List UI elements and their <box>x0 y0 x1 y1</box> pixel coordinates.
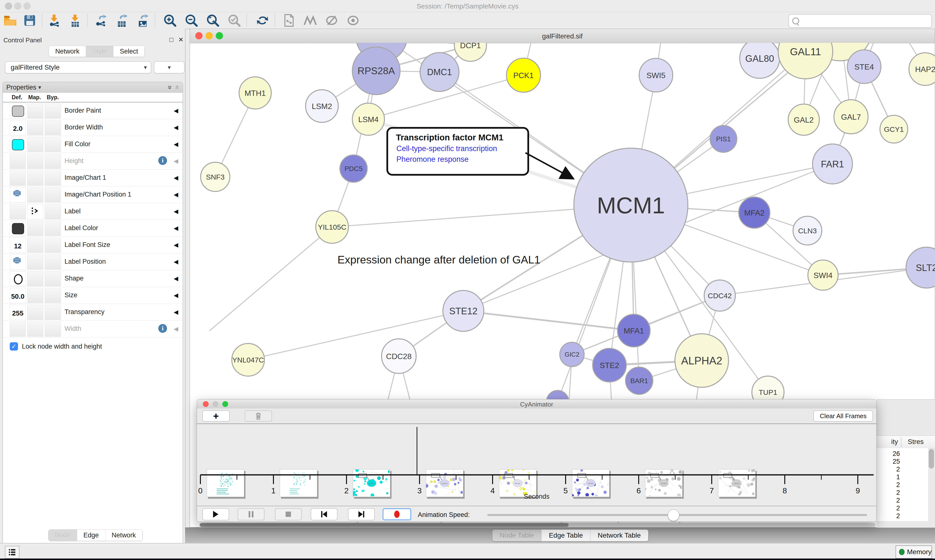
property-row-border-width[interactable]: 2.0Border Width◀ <box>3 119 183 136</box>
property-row-height[interactable]: Heighti◀ <box>3 153 183 169</box>
cyanimator-titlebar[interactable]: CyAnimator <box>197 400 876 409</box>
style-options-button[interactable]: ▾ <box>154 61 185 74</box>
expand-property-icon[interactable]: ◀ <box>174 141 178 148</box>
table-values[interactable]: 26252122222 <box>876 448 928 521</box>
expand-property-icon[interactable]: ◀ <box>174 191 178 198</box>
table-cell[interactable]: 2 <box>876 497 900 504</box>
table-vertical-scrollbar[interactable] <box>929 449 934 521</box>
property-row-label-font-size[interactable]: 12Label Font Size◀ <box>3 237 183 254</box>
table-cell[interactable]: 1 <box>876 474 900 481</box>
tab-network-table[interactable]: Network Table <box>591 529 648 541</box>
skip-to-end-button[interactable] <box>348 508 375 520</box>
global-search-box[interactable] <box>788 14 932 28</box>
delete-frame-button[interactable] <box>245 411 272 422</box>
animation-speed-slider[interactable] <box>487 514 867 516</box>
property-row-label-position[interactable]: Label Position◀ <box>3 254 183 270</box>
stop-button[interactable] <box>275 508 302 520</box>
show-details-button[interactable] <box>346 14 360 27</box>
property-row-fill-color[interactable]: Fill Color◀ <box>3 136 183 153</box>
lock-size-checkbox[interactable]: ✓ <box>10 342 18 351</box>
expand-property-icon[interactable]: ◀ <box>174 292 178 299</box>
network-edge[interactable] <box>248 311 463 360</box>
expand-property-icon[interactable]: ◀ <box>174 158 178 165</box>
table-cell[interactable]: 2 <box>876 489 900 497</box>
tab-edge-table[interactable]: Edge Table <box>542 529 591 541</box>
hide-details-button[interactable] <box>324 14 339 27</box>
play-button[interactable] <box>202 508 229 520</box>
property-row-transparency[interactable]: 255Transparency◀ <box>3 304 183 321</box>
property-row-image-chart-position-1[interactable]: Image/Chart Position 1◀ <box>3 186 183 203</box>
table-cell[interactable]: 2 <box>876 466 900 473</box>
search-network-icon[interactable] <box>303 14 318 27</box>
import-network-button[interactable] <box>47 14 61 27</box>
expand-property-icon[interactable]: ◀ <box>174 326 178 332</box>
tab-node-table[interactable]: Node Table <box>492 529 542 541</box>
slider-thumb[interactable] <box>668 509 679 521</box>
table-cell[interactable]: 26 <box>876 450 900 458</box>
tab-network[interactable]: Network <box>105 529 142 541</box>
tab-edge[interactable]: Edge <box>77 529 105 541</box>
tab-style[interactable]: Style <box>86 46 113 57</box>
property-row-image-chart-1[interactable]: Image/Chart 1◀ <box>3 169 183 186</box>
annotation-box[interactable]: Transcription factor MCM1 Cell-type-spec… <box>386 127 529 175</box>
float-panel-icon[interactable]: □ <box>170 36 173 43</box>
table-cell[interactable]: 2 <box>876 505 900 512</box>
expand-property-icon[interactable]: ◀ <box>174 309 178 315</box>
import-table-button[interactable] <box>68 14 82 27</box>
collapse-all-icon[interactable]: » <box>173 85 181 89</box>
expand-property-icon[interactable]: ◀ <box>174 107 178 114</box>
property-row-shape[interactable]: Shape◀ <box>3 270 183 287</box>
network-overview-button[interactable] <box>281 14 296 27</box>
table-horizontal-scrollbar[interactable] <box>200 523 876 527</box>
expand-property-icon[interactable]: ◀ <box>174 174 178 181</box>
network-window-titlebar[interactable]: galFiltered.sif <box>190 29 935 43</box>
property-row-width[interactable]: Widthi◀ <box>3 321 183 337</box>
export-image-button[interactable] <box>136 14 150 27</box>
zoom-selected-button[interactable] <box>227 14 242 27</box>
table-cell[interactable]: 2 <box>876 481 900 489</box>
export-network-button[interactable] <box>94 14 108 27</box>
annotation-link-2[interactable]: Pheromone response <box>397 155 528 164</box>
expand-property-icon[interactable]: ◀ <box>174 242 178 248</box>
add-frame-button[interactable]: + <box>202 411 230 422</box>
expand-property-icon[interactable]: ◀ <box>174 258 178 265</box>
annotation-link-1[interactable]: Cell-type-specific transcription <box>397 144 528 153</box>
open-session-button[interactable] <box>3 14 17 27</box>
expand-property-icon[interactable]: ◀ <box>174 124 178 131</box>
property-row-size[interactable]: 50.0Size◀ <box>3 287 183 304</box>
node-label-TUP1: TUP1 <box>759 388 778 396</box>
property-row-border-paint[interactable]: Border Paint◀ <box>3 102 183 119</box>
tab-network[interactable]: Network <box>49 46 86 57</box>
zoom-fit-button[interactable] <box>205 14 220 27</box>
export-table-button[interactable] <box>114 14 129 27</box>
style-selector[interactable]: galFiltered Style ▾ <box>5 61 151 74</box>
timeline-playhead[interactable] <box>417 427 417 475</box>
tab-node[interactable]: Node <box>48 529 77 541</box>
show-panels-button[interactable] <box>5 546 20 558</box>
table-cell[interactable]: 2 <box>876 512 900 520</box>
record-button[interactable] <box>383 508 411 520</box>
property-row-label-color[interactable]: Label Color◀ <box>3 220 183 237</box>
zoom-in-button[interactable] <box>163 14 177 27</box>
expand-property-icon[interactable]: ◀ <box>174 275 178 282</box>
close-panel-icon[interactable]: ✕ <box>178 36 184 43</box>
lock-size-row[interactable]: ✓ Lock node width and height <box>5 339 181 354</box>
network-edge[interactable] <box>210 227 332 331</box>
skip-to-start-button[interactable] <box>311 508 338 520</box>
pause-button[interactable] <box>238 508 264 520</box>
memory-status-button[interactable]: Memory <box>896 545 932 558</box>
apply-layout-button[interactable] <box>255 14 270 27</box>
zoom-out-button[interactable] <box>184 14 199 27</box>
expand-property-icon[interactable]: ◀ <box>174 225 178 232</box>
clear-all-frames-button[interactable]: Clear All Frames <box>813 411 873 422</box>
properties-header[interactable]: Properties ▾ » » <box>3 82 183 93</box>
network-edge[interactable] <box>463 311 634 331</box>
save-session-button[interactable] <box>22 14 37 27</box>
tab-select[interactable]: Select <box>113 46 145 57</box>
table-column-ity[interactable]: ity <box>891 438 898 446</box>
table-column-stress[interactable]: Stres <box>908 438 924 446</box>
property-row-label[interactable]: Label◀ <box>3 203 183 220</box>
expand-property-icon[interactable]: ◀ <box>174 208 178 215</box>
search-input[interactable] <box>801 17 931 25</box>
table-cell[interactable]: 25 <box>876 458 900 465</box>
